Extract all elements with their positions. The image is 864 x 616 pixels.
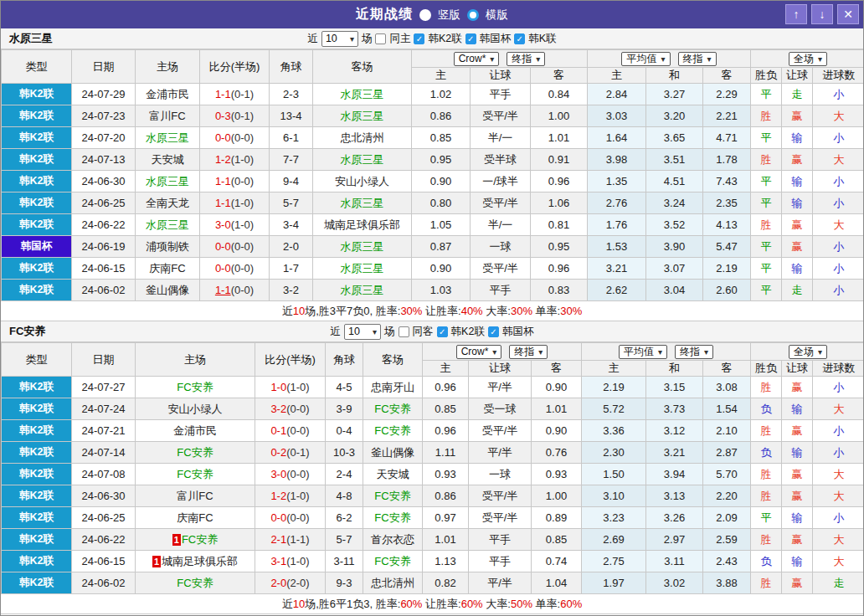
same-home-label[interactable]: 同主 xyxy=(389,32,410,46)
away-team-name: 水原三星 xyxy=(341,153,384,166)
avg-away: 2.20 xyxy=(703,485,751,507)
result-outcome: 负 xyxy=(751,398,782,420)
avg-draw: 3.04 xyxy=(646,280,703,301)
average-select[interactable]: 平均值▾ xyxy=(619,345,667,359)
away-team-name: 城南足球俱乐部 xyxy=(324,218,400,231)
away-team-name: 水原三星 xyxy=(341,262,384,275)
home-team-name: 全南天龙 xyxy=(146,197,189,209)
match-date: 24-07-13 xyxy=(72,149,136,171)
odds-time-select[interactable]: 终指▾ xyxy=(509,345,548,359)
away-team-name: FC安养 xyxy=(374,490,410,502)
league-k2-label[interactable]: 韩K2联 xyxy=(451,325,485,339)
away-team-name: 釜山偶像 xyxy=(371,446,414,459)
odds-time-select[interactable]: 终指▾ xyxy=(507,52,545,66)
filter-bar: 近 10 ▾ 场 同客 ✓ 韩K2联 ✓ 韩国杯 xyxy=(331,324,534,340)
vertical-layout-radio[interactable] xyxy=(419,9,431,21)
league-badge: 韩K2联 xyxy=(2,420,72,442)
league-badge: 韩K2联 xyxy=(2,280,72,301)
same-away-checkbox[interactable] xyxy=(399,326,409,337)
avg-away: 2.35 xyxy=(703,192,751,214)
recent-count-value: 10 xyxy=(348,326,360,337)
col-score: 比分(半场) xyxy=(255,343,326,377)
league-badge: 韩K2联 xyxy=(2,171,72,192)
full-match-select[interactable]: 全场▾ xyxy=(789,345,827,359)
home-team-name: FC安养 xyxy=(177,381,213,393)
same-away-label[interactable]: 同客 xyxy=(413,325,434,339)
check-icon: ✓ xyxy=(517,34,523,44)
league-k1-label[interactable]: 韩K联 xyxy=(528,32,556,46)
score-cell: 0-1(0-0) xyxy=(255,420,326,442)
average-select[interactable]: 平均值▾ xyxy=(621,52,670,66)
same-home-checkbox[interactable] xyxy=(375,33,386,44)
match-date: 24-07-14 xyxy=(72,442,136,464)
odds-handicap: 平/半 xyxy=(469,572,532,594)
league-cup-label[interactable]: 韩国杯 xyxy=(480,32,512,46)
league-badge: 韩K2联 xyxy=(2,377,72,398)
league-k1-checkbox[interactable]: ✓ xyxy=(514,33,525,44)
result-handicap: 赢 xyxy=(782,105,813,127)
away-team-name: FC安养 xyxy=(374,403,410,415)
half-time-score: (0-0) xyxy=(231,175,254,187)
match-row: 韩K2联24-06-25庆南FC0-0(0-0)6-2FC安养0.97受平/半0… xyxy=(2,507,864,529)
avg-home: 1.64 xyxy=(588,127,646,149)
result-handicap: 输 xyxy=(782,398,813,420)
odds-home: 1.01 xyxy=(423,529,469,551)
col-corner: 角球 xyxy=(270,50,313,84)
league-cup-label[interactable]: 韩国杯 xyxy=(502,325,534,339)
league-k2-checkbox[interactable]: ✓ xyxy=(437,326,448,337)
up-arrow-icon: ↑ xyxy=(794,8,800,21)
col-date: 日期 xyxy=(72,50,136,84)
odds-home: 0.95 xyxy=(412,149,471,171)
average-time-select[interactable]: 终指▾ xyxy=(678,52,717,66)
match-date: 24-06-02 xyxy=(72,572,136,594)
vertical-layout-label[interactable]: 竖版 xyxy=(438,8,460,23)
home-team-cell: 富川FC xyxy=(136,105,200,127)
away-team-name: 水原三星 xyxy=(341,240,384,253)
chevron-down-icon: ▾ xyxy=(536,54,540,64)
league-k2-checkbox[interactable]: ✓ xyxy=(414,33,424,44)
result-goals: 小 xyxy=(813,258,864,280)
match-date: 24-06-30 xyxy=(72,485,136,507)
subcol-avg-home: 主 xyxy=(582,361,646,377)
bookmaker-select[interactable]: Crow*▾ xyxy=(456,345,502,359)
average-time-select[interactable]: 终指▾ xyxy=(675,345,713,359)
odds-away: 1.01 xyxy=(531,127,588,149)
league-k2-label[interactable]: 韩K2联 xyxy=(428,32,461,46)
match-date: 24-06-19 xyxy=(72,236,136,258)
away-team-name: 忠南牙山 xyxy=(371,381,414,393)
close-button[interactable]: ✕ xyxy=(837,4,859,24)
result-handicap: 赢 xyxy=(782,236,813,258)
away-team-name: 水原三星 xyxy=(341,284,384,296)
full-time-score: 1-2 xyxy=(215,153,231,166)
full-match-select[interactable]: 全场▾ xyxy=(789,52,827,66)
league-cup-checkbox[interactable]: ✓ xyxy=(488,326,499,337)
corner-score: 4-5 xyxy=(326,377,363,398)
avg-home: 1.50 xyxy=(582,464,646,485)
half-time-score: (0-0) xyxy=(286,424,309,437)
avg-draw: 3.27 xyxy=(646,84,703,105)
result-outcome: 平 xyxy=(751,258,782,280)
league-cup-checkbox[interactable]: ✓ xyxy=(465,33,476,44)
avg-draw: 4.51 xyxy=(646,171,703,192)
scroll-down-button[interactable]: ↓ xyxy=(811,4,833,24)
corner-score: 2-0 xyxy=(270,236,313,258)
score-cell: 1-0(1-0) xyxy=(255,377,326,398)
horizontal-layout-radio[interactable] xyxy=(467,9,479,21)
scroll-up-button[interactable]: ↑ xyxy=(785,4,807,24)
full-time-score: 3-0 xyxy=(215,218,231,231)
odds-handicap: 受平/半 xyxy=(469,485,532,507)
average-group-header: 平均值▾ 终指▾ xyxy=(582,343,751,361)
score-cell: 3-2(0-0) xyxy=(255,398,326,420)
col-type: 类型 xyxy=(2,343,72,377)
bookmaker-select[interactable]: Crow*▾ xyxy=(454,52,500,66)
horizontal-layout-label[interactable]: 横版 xyxy=(486,8,508,23)
recent-count-select[interactable]: 10 ▾ xyxy=(344,324,381,340)
odds-handicap: 受一球 xyxy=(469,398,532,420)
match-row: 韩国杯24-06-19浦项制铁0-0(0-0)2-0水原三星0.87一球0.95… xyxy=(2,236,864,258)
corner-score: 5-7 xyxy=(326,529,363,551)
subcol-goals-result: 进球数 xyxy=(813,361,864,377)
away-team-name: 水原三星 xyxy=(341,197,384,209)
recent-count-select[interactable]: 10 ▾ xyxy=(321,31,358,47)
avg-home: 2.76 xyxy=(588,192,646,214)
odds-home: 1.05 xyxy=(412,214,471,236)
